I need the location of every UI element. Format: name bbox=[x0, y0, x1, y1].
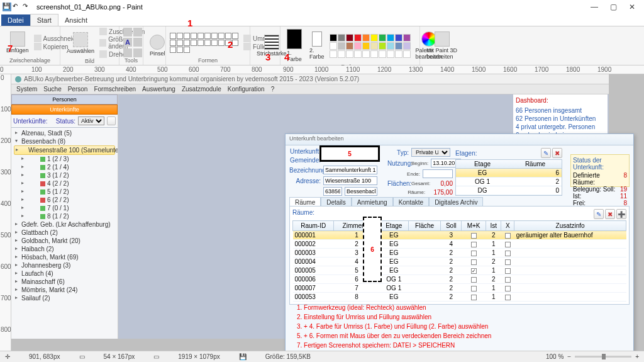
menu-auswertung[interactable]: Auswertung bbox=[142, 86, 175, 93]
status-label: Status: bbox=[56, 118, 75, 125]
table-row[interactable]: 0000033EG21 bbox=[293, 249, 626, 257]
tree-item[interactable]: Alzenau, Stadt (5) bbox=[14, 129, 115, 137]
maximize-button[interactable]: ▢ bbox=[604, 0, 623, 14]
eraser-icon[interactable] bbox=[133, 38, 142, 47]
dashboard-item[interactable]: 62 Personen in Unterkünften bbox=[516, 115, 605, 123]
zoom-slider[interactable] bbox=[575, 356, 631, 358]
instructions: 1. Formwerkzeug (ideal: Rechteck) auswäh… bbox=[297, 303, 491, 350]
etagen-edit-button[interactable]: ✎ bbox=[541, 148, 551, 158]
pencil-icon[interactable] bbox=[123, 28, 132, 37]
menu-konfiguration[interactable]: Konfiguration bbox=[228, 86, 265, 93]
dashboard-item[interactable]: 4 privat untergebr. Personen bbox=[516, 123, 605, 131]
sidebar-hdr-personen[interactable]: Personen bbox=[11, 94, 118, 105]
cursor-icon: ✛ bbox=[5, 353, 10, 360]
tree-leaf[interactable]: 5 (1 / 2) bbox=[14, 188, 115, 196]
dashboard-item[interactable]: 66 Personen insgesamt bbox=[516, 106, 605, 115]
tree-item[interactable]: Haibach (2) bbox=[14, 245, 115, 253]
color1-swatch bbox=[287, 29, 302, 49]
sidebar-hdr-unterkuenfte[interactable]: Unterkünfte bbox=[11, 105, 118, 115]
tree-leaf[interactable]: 2 (1 / 4) bbox=[14, 163, 115, 171]
quick-access-toolbar: 💾 ↶ ↷ bbox=[3, 3, 31, 11]
menu-zusatzmodule[interactable]: Zusatzmodule bbox=[182, 86, 221, 93]
inp-ende[interactable] bbox=[423, 169, 453, 178]
save-icon[interactable]: 💾 bbox=[3, 3, 11, 11]
tree-item[interactable]: Sailauf (2) bbox=[14, 294, 115, 302]
tree-leaf[interactable]: 6 (2 / 2) bbox=[14, 196, 115, 204]
tree-item[interactable]: Gdefr. Geb. (Lkr Aschaffenburg) bbox=[14, 220, 115, 229]
status-size: Größe: 159,5KB bbox=[265, 353, 311, 360]
canvas[interactable]: ABUko Asylbewerber-Betreuung und Unterbr… bbox=[11, 74, 609, 339]
table-row[interactable]: 0000055EG21 bbox=[293, 266, 626, 275]
lbl-etagen: Etagen: bbox=[455, 150, 477, 157]
tree-item[interactable]: Glattbach (2) bbox=[14, 229, 115, 237]
menu-person[interactable]: Person bbox=[68, 86, 88, 93]
table-row[interactable]: 0000538EG21 bbox=[293, 293, 626, 302]
brushes-button[interactable]: Pinsel bbox=[147, 33, 168, 58]
resize-icon bbox=[99, 39, 106, 47]
text-icon[interactable]: A bbox=[123, 38, 132, 47]
tree-leaf[interactable]: 7 (0 / 1) bbox=[14, 204, 115, 212]
table-row[interactable]: 0000022EG41 bbox=[293, 240, 626, 249]
tree-item[interactable]: Mainaschaff (6) bbox=[14, 278, 115, 286]
color-swatches[interactable] bbox=[330, 34, 411, 58]
table-row[interactable]: 0000066OG 122 bbox=[293, 275, 626, 284]
picker-icon[interactable] bbox=[123, 48, 132, 57]
table-row[interactable]: 0000044EG22 bbox=[293, 257, 626, 266]
inp-bezeichnung[interactable] bbox=[323, 166, 377, 174]
group-clipboard: Zwischenablage bbox=[4, 57, 56, 64]
tree-leaf[interactable]: 4 (2 / 2) bbox=[14, 179, 115, 188]
menu-suche[interactable]: Suche bbox=[43, 86, 61, 93]
rooms-add-button[interactable]: ➕ bbox=[616, 209, 626, 219]
tab-view[interactable]: Ansicht bbox=[58, 14, 94, 26]
minimize-button[interactable]: — bbox=[585, 0, 604, 14]
zoom-control[interactable]: 100 % − + bbox=[546, 353, 639, 360]
tree-item[interactable]: Laufach (4) bbox=[14, 269, 115, 278]
tree-item[interactable]: Goldbach, Markt (20) bbox=[14, 237, 115, 245]
tree-item[interactable]: Mömbris, Markt (24) bbox=[14, 286, 115, 294]
redo-icon[interactable]: ↷ bbox=[23, 3, 31, 11]
paint3d-button[interactable]: Mit Paint 3D bearbeiten bbox=[424, 30, 460, 61]
table-row[interactable]: 0000077OG 121 bbox=[293, 284, 626, 293]
lbl-bezeichnung: Bezeichnung: bbox=[289, 167, 321, 174]
tree-leaf[interactable]: 8 (1 / 2) bbox=[14, 212, 115, 220]
menu-formschreiben[interactable]: Formschreiben bbox=[94, 86, 136, 93]
tree[interactable]: Alzenau, Stadt (5)Bessenbach (8)Wiesenst… bbox=[11, 128, 118, 339]
selection-icon: ▭ bbox=[79, 353, 85, 360]
tree-item[interactable]: Wiesenstraße 100 (Sammelunterkunft 1)... bbox=[14, 145, 115, 155]
inp-plz[interactable] bbox=[323, 187, 342, 196]
rotate-icon bbox=[99, 50, 107, 58]
tools-grid[interactable]: A bbox=[123, 28, 139, 57]
rooms-edit-button[interactable]: ✎ bbox=[594, 209, 604, 219]
etagen-table[interactable]: EtageRäumeEG6OG 12DG0 bbox=[455, 159, 562, 196]
inp-adresse1[interactable] bbox=[323, 176, 377, 185]
tab-start[interactable]: Start bbox=[30, 14, 58, 26]
tree-item[interactable]: Bessenbach (8) bbox=[14, 137, 115, 145]
fill-icon[interactable] bbox=[133, 28, 142, 37]
tree-item[interactable]: Hösbach, Markt (69) bbox=[14, 253, 115, 261]
table-row[interactable]: 0000011EG32geräumiger alter Bauernhof bbox=[293, 231, 626, 240]
etagen-add-button[interactable]: ✖ bbox=[552, 148, 562, 158]
tab-file[interactable]: Datei bbox=[1, 14, 30, 26]
close-button[interactable]: ✕ bbox=[623, 0, 641, 14]
zoom-in-button[interactable]: + bbox=[635, 353, 639, 360]
status-select[interactable]: Aktiv bbox=[78, 116, 104, 125]
abuko-menubar: SystemSuchePersonFormschreibenAuswertung… bbox=[11, 84, 609, 94]
tree-item[interactable]: Johannesberg (3) bbox=[14, 261, 115, 269]
select-button[interactable]: Auswählen bbox=[64, 31, 97, 55]
sel-typ[interactable]: Private UK bbox=[411, 148, 450, 157]
undo-icon[interactable]: ↶ bbox=[13, 3, 21, 11]
color2-button[interactable]: 2. Farbe bbox=[307, 30, 327, 61]
menu-?[interactable]: ? bbox=[271, 86, 275, 93]
val-raeume: 175,00 bbox=[428, 189, 453, 196]
tree-leaf[interactable]: 1 (2 / 3) bbox=[14, 155, 115, 163]
zoom-icon[interactable] bbox=[133, 48, 142, 57]
filter-refresh-button[interactable] bbox=[107, 116, 116, 125]
rooms-table[interactable]: Raum-IDZimmernr.EtageFlächeSollM+KIstXZu… bbox=[292, 220, 626, 302]
rooms-del-button[interactable]: ✖ bbox=[605, 209, 615, 219]
zoom-out-button[interactable]: − bbox=[567, 353, 571, 360]
ribbon: 1 2 3 4 7 Einfügen Ausschneiden Kopieren… bbox=[0, 26, 644, 65]
inp-ort[interactable] bbox=[345, 187, 377, 196]
canvas-area[interactable]: ABUko Asylbewerber-Betreuung und Unterbr… bbox=[11, 74, 644, 351]
menu-system[interactable]: System bbox=[16, 86, 37, 93]
tree-leaf[interactable]: 3 (1 / 2) bbox=[14, 171, 115, 179]
